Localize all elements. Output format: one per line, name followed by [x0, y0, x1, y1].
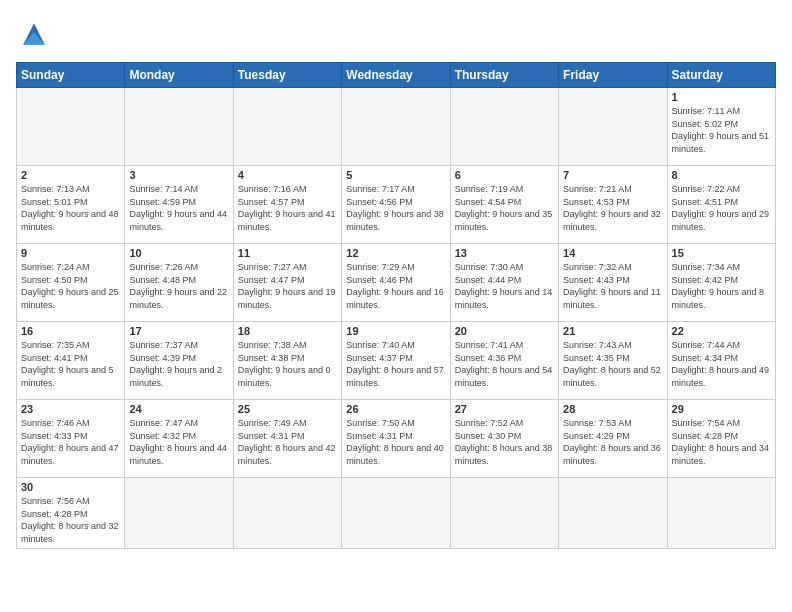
- calendar-cell: [559, 478, 667, 549]
- calendar-cell: 21Sunrise: 7:43 AMSunset: 4:35 PMDayligh…: [559, 322, 667, 400]
- page: SundayMondayTuesdayWednesdayThursdayFrid…: [0, 0, 792, 612]
- calendar-cell: 12Sunrise: 7:29 AMSunset: 4:46 PMDayligh…: [342, 244, 450, 322]
- day-number: 3: [129, 169, 228, 181]
- calendar-week-row: 23Sunrise: 7:46 AMSunset: 4:33 PMDayligh…: [17, 400, 776, 478]
- day-info: Sunrise: 7:52 AMSunset: 4:30 PMDaylight:…: [455, 417, 554, 467]
- calendar-cell: 2Sunrise: 7:13 AMSunset: 5:01 PMDaylight…: [17, 166, 125, 244]
- day-number: 2: [21, 169, 120, 181]
- calendar-cell: 26Sunrise: 7:50 AMSunset: 4:31 PMDayligh…: [342, 400, 450, 478]
- calendar-cell: 10Sunrise: 7:26 AMSunset: 4:48 PMDayligh…: [125, 244, 233, 322]
- day-info: Sunrise: 7:32 AMSunset: 4:43 PMDaylight:…: [563, 261, 662, 311]
- calendar-cell: 18Sunrise: 7:38 AMSunset: 4:38 PMDayligh…: [233, 322, 341, 400]
- day-info: Sunrise: 7:40 AMSunset: 4:37 PMDaylight:…: [346, 339, 445, 389]
- day-info: Sunrise: 7:14 AMSunset: 4:59 PMDaylight:…: [129, 183, 228, 233]
- calendar-cell: [667, 478, 775, 549]
- day-number: 4: [238, 169, 337, 181]
- header: [16, 16, 776, 52]
- day-number: 23: [21, 403, 120, 415]
- calendar-cell: 29Sunrise: 7:54 AMSunset: 4:28 PMDayligh…: [667, 400, 775, 478]
- day-number: 22: [672, 325, 771, 337]
- day-info: Sunrise: 7:46 AMSunset: 4:33 PMDaylight:…: [21, 417, 120, 467]
- calendar-cell: 1Sunrise: 7:11 AMSunset: 5:02 PMDaylight…: [667, 88, 775, 166]
- day-info: Sunrise: 7:49 AMSunset: 4:31 PMDaylight:…: [238, 417, 337, 467]
- calendar-cell: [559, 88, 667, 166]
- day-info: Sunrise: 7:22 AMSunset: 4:51 PMDaylight:…: [672, 183, 771, 233]
- day-info: Sunrise: 7:26 AMSunset: 4:48 PMDaylight:…: [129, 261, 228, 311]
- day-info: Sunrise: 7:44 AMSunset: 4:34 PMDaylight:…: [672, 339, 771, 389]
- day-number: 25: [238, 403, 337, 415]
- calendar-cell: 16Sunrise: 7:35 AMSunset: 4:41 PMDayligh…: [17, 322, 125, 400]
- calendar-cell: 14Sunrise: 7:32 AMSunset: 4:43 PMDayligh…: [559, 244, 667, 322]
- calendar-week-row: 16Sunrise: 7:35 AMSunset: 4:41 PMDayligh…: [17, 322, 776, 400]
- calendar-cell: [17, 88, 125, 166]
- day-info: Sunrise: 7:24 AMSunset: 4:50 PMDaylight:…: [21, 261, 120, 311]
- weekday-header: Friday: [559, 63, 667, 88]
- day-info: Sunrise: 7:13 AMSunset: 5:01 PMDaylight:…: [21, 183, 120, 233]
- day-number: 15: [672, 247, 771, 259]
- day-number: 7: [563, 169, 662, 181]
- calendar-cell: [233, 478, 341, 549]
- calendar-cell: 23Sunrise: 7:46 AMSunset: 4:33 PMDayligh…: [17, 400, 125, 478]
- calendar-week-row: 1Sunrise: 7:11 AMSunset: 5:02 PMDaylight…: [17, 88, 776, 166]
- day-number: 6: [455, 169, 554, 181]
- calendar-cell: 6Sunrise: 7:19 AMSunset: 4:54 PMDaylight…: [450, 166, 558, 244]
- day-info: Sunrise: 7:11 AMSunset: 5:02 PMDaylight:…: [672, 105, 771, 155]
- day-number: 14: [563, 247, 662, 259]
- day-info: Sunrise: 7:56 AMSunset: 4:28 PMDaylight:…: [21, 495, 120, 545]
- day-number: 24: [129, 403, 228, 415]
- calendar-cell: 25Sunrise: 7:49 AMSunset: 4:31 PMDayligh…: [233, 400, 341, 478]
- day-number: 13: [455, 247, 554, 259]
- calendar-cell: 5Sunrise: 7:17 AMSunset: 4:56 PMDaylight…: [342, 166, 450, 244]
- day-number: 17: [129, 325, 228, 337]
- day-number: 21: [563, 325, 662, 337]
- day-info: Sunrise: 7:27 AMSunset: 4:47 PMDaylight:…: [238, 261, 337, 311]
- calendar-cell: 19Sunrise: 7:40 AMSunset: 4:37 PMDayligh…: [342, 322, 450, 400]
- day-number: 11: [238, 247, 337, 259]
- day-number: 16: [21, 325, 120, 337]
- day-info: Sunrise: 7:38 AMSunset: 4:38 PMDaylight:…: [238, 339, 337, 389]
- day-info: Sunrise: 7:41 AMSunset: 4:36 PMDaylight:…: [455, 339, 554, 389]
- weekday-header: Tuesday: [233, 63, 341, 88]
- calendar-week-row: 2Sunrise: 7:13 AMSunset: 5:01 PMDaylight…: [17, 166, 776, 244]
- calendar-week-row: 9Sunrise: 7:24 AMSunset: 4:50 PMDaylight…: [17, 244, 776, 322]
- calendar-cell: [233, 88, 341, 166]
- calendar-header-row: SundayMondayTuesdayWednesdayThursdayFrid…: [17, 63, 776, 88]
- day-info: Sunrise: 7:54 AMSunset: 4:28 PMDaylight:…: [672, 417, 771, 467]
- day-info: Sunrise: 7:47 AMSunset: 4:32 PMDaylight:…: [129, 417, 228, 467]
- calendar-cell: 15Sunrise: 7:34 AMSunset: 4:42 PMDayligh…: [667, 244, 775, 322]
- day-info: Sunrise: 7:17 AMSunset: 4:56 PMDaylight:…: [346, 183, 445, 233]
- day-number: 29: [672, 403, 771, 415]
- day-number: 10: [129, 247, 228, 259]
- calendar-cell: 20Sunrise: 7:41 AMSunset: 4:36 PMDayligh…: [450, 322, 558, 400]
- day-info: Sunrise: 7:53 AMSunset: 4:29 PMDaylight:…: [563, 417, 662, 467]
- day-number: 5: [346, 169, 445, 181]
- calendar-cell: [342, 478, 450, 549]
- weekday-header: Wednesday: [342, 63, 450, 88]
- calendar-cell: 4Sunrise: 7:16 AMSunset: 4:57 PMDaylight…: [233, 166, 341, 244]
- logo-icon: [16, 16, 52, 52]
- weekday-header: Saturday: [667, 63, 775, 88]
- calendar-cell: 9Sunrise: 7:24 AMSunset: 4:50 PMDaylight…: [17, 244, 125, 322]
- calendar-cell: 17Sunrise: 7:37 AMSunset: 4:39 PMDayligh…: [125, 322, 233, 400]
- day-number: 12: [346, 247, 445, 259]
- calendar-cell: [450, 478, 558, 549]
- day-number: 9: [21, 247, 120, 259]
- day-info: Sunrise: 7:35 AMSunset: 4:41 PMDaylight:…: [21, 339, 120, 389]
- day-info: Sunrise: 7:37 AMSunset: 4:39 PMDaylight:…: [129, 339, 228, 389]
- day-info: Sunrise: 7:43 AMSunset: 4:35 PMDaylight:…: [563, 339, 662, 389]
- calendar-week-row: 30Sunrise: 7:56 AMSunset: 4:28 PMDayligh…: [17, 478, 776, 549]
- day-number: 28: [563, 403, 662, 415]
- day-number: 20: [455, 325, 554, 337]
- day-info: Sunrise: 7:30 AMSunset: 4:44 PMDaylight:…: [455, 261, 554, 311]
- day-info: Sunrise: 7:34 AMSunset: 4:42 PMDaylight:…: [672, 261, 771, 311]
- day-number: 18: [238, 325, 337, 337]
- day-info: Sunrise: 7:19 AMSunset: 4:54 PMDaylight:…: [455, 183, 554, 233]
- day-number: 30: [21, 481, 120, 493]
- calendar-cell: 3Sunrise: 7:14 AMSunset: 4:59 PMDaylight…: [125, 166, 233, 244]
- calendar-cell: [125, 478, 233, 549]
- day-info: Sunrise: 7:16 AMSunset: 4:57 PMDaylight:…: [238, 183, 337, 233]
- logo: [16, 16, 58, 52]
- weekday-header: Thursday: [450, 63, 558, 88]
- calendar-cell: 8Sunrise: 7:22 AMSunset: 4:51 PMDaylight…: [667, 166, 775, 244]
- day-number: 19: [346, 325, 445, 337]
